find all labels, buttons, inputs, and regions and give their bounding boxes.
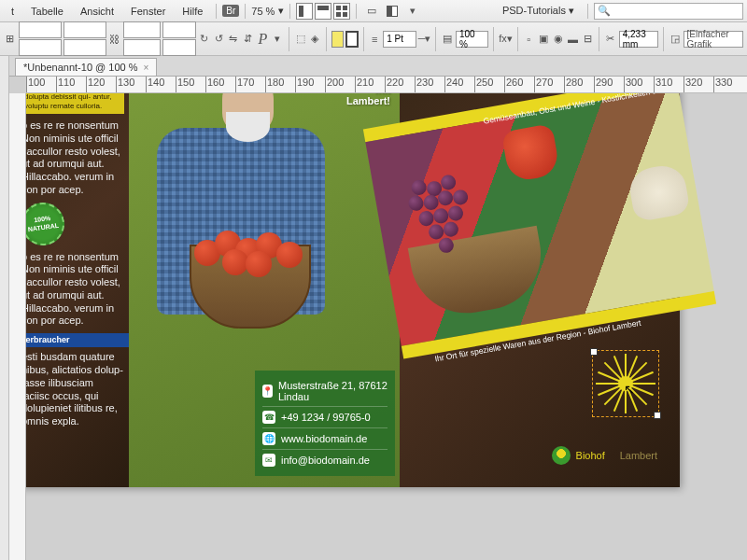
- menu-t[interactable]: t: [4, 3, 21, 20]
- search-icon: 🔍: [598, 5, 611, 17]
- sun-object-selected[interactable]: ↖: [592, 350, 659, 417]
- wrap-bounding-icon[interactable]: ▣: [537, 30, 550, 49]
- effects-icon[interactable]: fx▾: [499, 30, 513, 49]
- fill-swatch[interactable]: [331, 31, 344, 48]
- yellow-callout[interactable]: dolupta debissit qui- antur, voluptu rer…: [26, 93, 124, 114]
- select-content-icon[interactable]: ◈: [309, 30, 322, 49]
- corner-options-icon[interactable]: ◲: [669, 30, 682, 49]
- document-tabs-bar: *Unbenannt-10 @ 100 % ×: [9, 56, 747, 77]
- cursor-arrow-icon: ↖: [624, 382, 635, 397]
- phone-row[interactable]: ☎+49 1234 / 99765-0: [262, 407, 388, 428]
- shear-field[interactable]: [162, 39, 196, 56]
- brochure-left-panel[interactable]: dolupta debissit qui- antur, voluptu rer…: [26, 93, 129, 487]
- paragraph-style-icon[interactable]: P: [257, 30, 270, 49]
- measure-field[interactable]: 4,233 mm: [619, 31, 658, 48]
- anchor-ref-icon[interactable]: ⊞: [4, 30, 17, 49]
- menu-fenster[interactable]: Fenster: [123, 3, 173, 20]
- workspace-switcher[interactable]: PSD-Tutorials ▾: [495, 2, 582, 20]
- workspace: *Unbenannt-10 @ 100 % × .workspace{top:6…: [9, 56, 747, 560]
- stroke-swatch[interactable]: [345, 31, 359, 48]
- opacity-field[interactable]: 100 %: [456, 31, 489, 48]
- h-field[interactable]: [63, 39, 106, 56]
- scale-x-field[interactable]: [123, 21, 161, 38]
- toolbox[interactable]: [0, 56, 9, 560]
- chevron-down-icon[interactable]: ▾: [403, 2, 422, 21]
- globe-icon: 🌐: [262, 432, 275, 445]
- control-toolbar: ⊞ ⛓ ↻ ↺ ⇋ ⇵ P ▾ ⬚ ◈ ≡ 1 Pt ─▾ ▤ 100 % fx…: [0, 22, 747, 56]
- phone-icon: ☎: [262, 411, 275, 424]
- vertical-ruler[interactable]: [9, 93, 26, 560]
- mail-row[interactable]: ✉info@biodomain.de: [262, 450, 388, 470]
- brochure-middle-panel[interactable]: mit Lambert! 📍Musterstraße 21, 87612 Lin…: [129, 93, 400, 487]
- hero-heading[interactable]: mit Lambert!: [346, 93, 390, 106]
- web-row[interactable]: 🌐www.biodomain.de: [262, 428, 388, 450]
- percent-icon: ▤: [441, 30, 454, 49]
- wrap-jump-icon[interactable]: ▬: [567, 30, 580, 49]
- crop-icon[interactable]: ✂: [604, 30, 617, 49]
- view-mode-preview-icon[interactable]: [315, 3, 331, 20]
- wrap-shape-icon[interactable]: ◉: [552, 30, 565, 49]
- view-mode-normal-icon[interactable]: [296, 3, 313, 20]
- chevron-down-icon: ▾: [278, 5, 284, 17]
- menu-hilfe[interactable]: Hilfe: [175, 3, 210, 20]
- chevron-down-icon[interactable]: ▾: [271, 30, 284, 49]
- arrange-icon[interactable]: [383, 2, 402, 21]
- natural-stamp-icon[interactable]: 100% NATURAL: [26, 200, 67, 248]
- brochure-right-panel[interactable]: GLC: [400, 93, 680, 487]
- w-field[interactable]: [63, 21, 106, 38]
- link-wh-icon[interactable]: ⛓: [108, 30, 121, 49]
- graphic-mode-field[interactable]: [Einfacher Grafik: [684, 31, 743, 48]
- body-text-3[interactable]: esti busdam quature nibus, alictatios do…: [26, 351, 124, 428]
- tab-close-icon[interactable]: ×: [143, 63, 148, 73]
- address-row[interactable]: 📍Musterstraße 21, 87612 Lindau: [262, 376, 388, 407]
- document-page[interactable]: dolupta debissit qui- antur, voluptu rer…: [26, 93, 680, 487]
- screen-mode-icon[interactable]: ▭: [362, 2, 381, 21]
- rotate-cw-icon[interactable]: ↻: [198, 30, 211, 49]
- menu-ansicht[interactable]: Ansicht: [73, 3, 121, 20]
- mail-icon: ✉: [262, 454, 275, 467]
- wrap-none-icon[interactable]: ▫: [522, 30, 535, 49]
- diagonal-photo-frame[interactable]: [363, 93, 716, 359]
- flip-h-icon[interactable]: ⇋: [227, 30, 240, 49]
- stroke-weight-icon: ≡: [368, 30, 381, 49]
- pin-icon: 📍: [262, 385, 273, 398]
- stroke-weight-field[interactable]: 1 Pt: [383, 31, 416, 48]
- tab-title-label: *Unbenannt-10 @ 100 %: [23, 62, 137, 73]
- search-input[interactable]: 🔍: [594, 3, 743, 20]
- verbraucher-heading[interactable]: Verbraucher: [26, 333, 129, 347]
- scale-y-field[interactable]: [123, 39, 161, 56]
- body-text-2[interactable]: o es re re nonsentum Non niminis ute off…: [26, 251, 124, 329]
- bridge-badge[interactable]: Br: [222, 5, 239, 17]
- menu-tabelle[interactable]: Tabelle: [23, 3, 71, 20]
- horizontal-ruler[interactable]: 1001101201301401501601701801902002102202…: [26, 77, 747, 93]
- stroke-style-icon[interactable]: ─▾: [418, 30, 431, 49]
- select-container-icon[interactable]: ⬚: [294, 30, 307, 49]
- wrap-column-icon[interactable]: ⊟: [581, 30, 594, 49]
- farmer-photo[interactable]: [129, 93, 334, 375]
- zoom-dropdown[interactable]: 75 %▾: [251, 5, 284, 17]
- menu-bar: t Tabelle Ansicht Fenster Hilfe Br 75 %▾…: [0, 0, 747, 22]
- contact-card[interactable]: 📍Musterstraße 21, 87612 Lindau ☎+49 1234…: [255, 371, 395, 476]
- biohof-logo[interactable]: Biohof Lambert: [552, 446, 657, 465]
- body-text-1[interactable]: o es re re nonsentum Non niminis ute off…: [26, 119, 124, 197]
- view-mode-grid-icon[interactable]: [333, 3, 350, 20]
- rotate-field[interactable]: [162, 21, 196, 38]
- y-field[interactable]: [19, 39, 62, 56]
- document-tab-active[interactable]: *Unbenannt-10 @ 100 % ×: [15, 58, 157, 76]
- x-field[interactable]: [19, 21, 62, 38]
- flip-v-icon[interactable]: ⇵: [242, 30, 255, 49]
- canvas[interactable]: dolupta debissit qui- antur, voluptu rer…: [26, 93, 747, 560]
- rotate-ccw-icon[interactable]: ↺: [212, 30, 225, 49]
- leaf-logo-icon: [552, 446, 571, 465]
